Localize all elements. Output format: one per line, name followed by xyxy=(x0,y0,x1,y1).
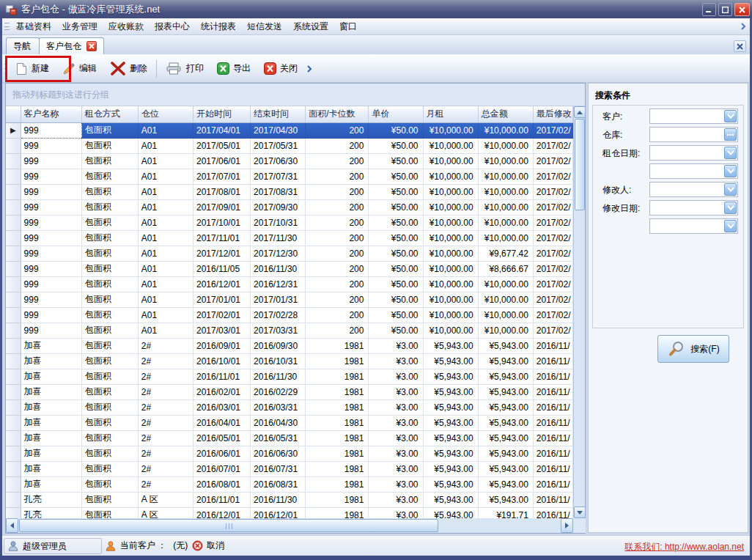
cell[interactable]: ¥10,000.00 xyxy=(423,199,478,215)
cell[interactable]: 2# xyxy=(138,415,193,430)
cell[interactable]: 200 xyxy=(306,292,369,307)
search-field-input[interactable] xyxy=(649,127,738,142)
cell[interactable]: ¥10,000.00 xyxy=(423,292,478,307)
row-indicator[interactable] xyxy=(6,138,21,153)
table-row[interactable]: 加喜包面积2#2016/06/012016/06/301981¥3.00¥5,9… xyxy=(6,446,573,461)
cell[interactable]: 1981 xyxy=(306,415,369,430)
cell[interactable]: 包面积 xyxy=(81,246,138,261)
cell[interactable]: ¥50.00 xyxy=(369,138,423,153)
cell[interactable]: A01 xyxy=(138,199,193,215)
column-header-3[interactable]: 仓位 xyxy=(138,106,193,122)
search-field-input[interactable] xyxy=(649,145,738,161)
cell[interactable]: ¥3.00 xyxy=(369,430,423,446)
table-row[interactable]: 999包面积A012017/03/012017/03/31200¥50.00¥1… xyxy=(6,323,573,338)
cell[interactable]: 2016/11/01 xyxy=(193,369,250,384)
column-header-7[interactable]: 单价 xyxy=(369,106,423,122)
cell[interactable]: ¥50.00 xyxy=(369,153,423,169)
cell[interactable]: A01 xyxy=(138,184,193,199)
tab-close-icon[interactable] xyxy=(86,41,97,51)
toolbar-button-5[interactable]: 打印 xyxy=(159,59,210,79)
cell[interactable]: 200 xyxy=(306,153,369,169)
row-indicator[interactable] xyxy=(6,353,21,369)
cell[interactable]: 200 xyxy=(306,122,369,138)
table-row[interactable]: 999包面积A012017/12/012017/12/30200¥50.00¥1… xyxy=(6,246,573,261)
cell[interactable]: 200 xyxy=(306,307,369,323)
cell[interactable]: 2016/05/01 xyxy=(193,430,250,446)
cell[interactable]: ¥5,943.00 xyxy=(423,415,478,430)
cell[interactable]: ¥10,000.00 xyxy=(478,276,533,292)
cell[interactable]: 包面积 xyxy=(81,215,138,230)
cell[interactable]: ¥5,943.00 xyxy=(423,476,478,492)
cell[interactable]: ¥9,677.42 xyxy=(478,246,533,261)
cell[interactable]: 2017/02/ xyxy=(533,246,572,261)
row-indicator[interactable] xyxy=(6,446,21,461)
table-row[interactable]: 999包面积A012017/05/012017/05/31200¥50.00¥1… xyxy=(6,138,573,153)
cell[interactable]: 1981 xyxy=(306,369,369,384)
cell[interactable]: 2017/02/ xyxy=(533,199,572,215)
cell[interactable]: 2016/11/ xyxy=(533,353,572,369)
cell[interactable]: ¥3.00 xyxy=(369,399,423,415)
cell[interactable]: 加喜 xyxy=(21,384,81,399)
cell[interactable]: 2016/11/ xyxy=(533,338,572,353)
cell[interactable]: 包面积 xyxy=(81,399,138,415)
cell[interactable]: 2017/04/30 xyxy=(251,122,306,138)
cell[interactable]: A01 xyxy=(138,230,193,246)
cell[interactable]: 1981 xyxy=(306,338,369,353)
cell[interactable]: 2017/02/ xyxy=(533,292,572,307)
scroll-up-button[interactable] xyxy=(574,106,586,118)
table-row[interactable]: 加喜包面积2#2016/07/012016/07/311981¥3.00¥5,9… xyxy=(6,461,573,476)
cell[interactable]: ¥5,943.00 xyxy=(478,415,533,430)
cell[interactable]: 2017/11/30 xyxy=(251,230,306,246)
cell[interactable]: ¥10,000.00 xyxy=(478,184,533,199)
table-row[interactable]: ▶999包面积A012017/04/012017/04/30200¥50.00¥… xyxy=(6,122,573,138)
table-row[interactable]: 999包面积A012016/12/012016/12/31200¥50.00¥1… xyxy=(6,276,573,292)
table-row[interactable]: 加喜包面积2#2016/09/012016/09/301981¥3.00¥5,9… xyxy=(6,338,573,353)
column-header-5[interactable]: 结束时间 xyxy=(251,106,306,122)
cell[interactable]: 2017/12/01 xyxy=(193,246,250,261)
cell[interactable]: ¥5,943.00 xyxy=(478,353,533,369)
table-row[interactable]: 加喜包面积2#2016/04/012016/04/301981¥3.00¥5,9… xyxy=(6,415,573,430)
cell[interactable]: 2016/11/ xyxy=(533,369,572,384)
cell[interactable]: 包面积 xyxy=(81,492,138,507)
row-indicator[interactable] xyxy=(6,492,21,507)
cell[interactable]: 2017/09/01 xyxy=(193,199,250,215)
scroll-down-button[interactable] xyxy=(574,506,586,518)
cell[interactable]: 2017/02/ xyxy=(533,153,572,169)
cell[interactable]: ¥5,943.00 xyxy=(478,430,533,446)
column-header-2[interactable]: 租仓方式 xyxy=(81,106,138,122)
cell[interactable]: ¥50.00 xyxy=(369,292,423,307)
cell[interactable]: ¥10,000.00 xyxy=(423,307,478,323)
cell[interactable]: ¥5,943.00 xyxy=(423,353,478,369)
cell[interactable]: 2016/10/01 xyxy=(193,353,250,369)
cell[interactable]: ¥5,943.00 xyxy=(478,476,533,492)
cell[interactable]: 2016/11/30 xyxy=(251,369,306,384)
row-indicator[interactable] xyxy=(6,184,21,199)
cell[interactable]: 2016/11/ xyxy=(533,415,572,430)
cell[interactable]: 2017/04/01 xyxy=(193,122,250,138)
menu-item-5[interactable]: 统计报表 xyxy=(196,18,241,34)
column-header-1[interactable]: 客户名称 xyxy=(21,106,81,122)
cell[interactable]: 1981 xyxy=(306,399,369,415)
cell[interactable]: 2# xyxy=(138,461,193,476)
cell[interactable]: 2016/06/30 xyxy=(251,446,306,461)
cell[interactable]: 2016/11/30 xyxy=(251,492,306,507)
cell[interactable]: 2017/01/31 xyxy=(251,292,306,307)
cell[interactable]: ¥5,943.00 xyxy=(478,446,533,461)
cell[interactable]: ¥10,000.00 xyxy=(423,215,478,230)
toolbar-button-7[interactable]: 关闭 xyxy=(257,59,304,79)
cell[interactable]: 1981 xyxy=(306,476,369,492)
menu-item-7[interactable]: 系统设置 xyxy=(288,18,333,34)
cell[interactable]: 2016/11/30 xyxy=(251,261,306,276)
cell[interactable]: 2017/10/01 xyxy=(193,215,250,230)
cell[interactable]: 2016/02/01 xyxy=(193,384,250,399)
table-row[interactable]: 999包面积A012017/08/012017/08/31200¥50.00¥1… xyxy=(6,184,573,199)
cell[interactable]: ¥5,943.00 xyxy=(478,461,533,476)
cell[interactable]: ¥50.00 xyxy=(369,184,423,199)
cell[interactable]: ¥3.00 xyxy=(369,369,423,384)
cell[interactable]: ¥10,000.00 xyxy=(478,323,533,338)
search-field-input[interactable] xyxy=(649,200,738,215)
table-row[interactable]: 999包面积A012016/11/052016/11/30200¥50.00¥1… xyxy=(6,261,573,276)
cell[interactable]: 包面积 xyxy=(81,323,138,338)
menu-overflow-icon[interactable] xyxy=(740,23,747,30)
cell[interactable]: ¥10,000.00 xyxy=(423,276,478,292)
